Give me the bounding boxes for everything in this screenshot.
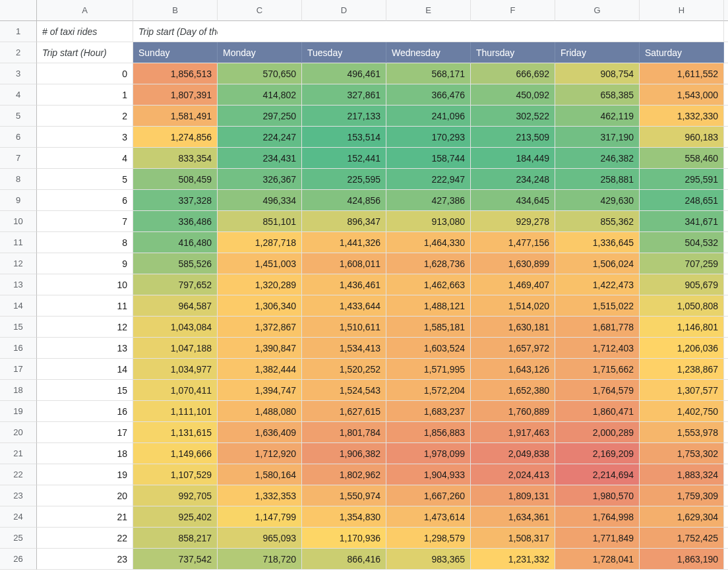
value-cell[interactable]: 1,320,289 bbox=[218, 274, 302, 295]
value-cell[interactable]: 1,603,524 bbox=[386, 338, 471, 359]
value-cell[interactable]: 585,526 bbox=[133, 253, 218, 274]
value-cell[interactable]: 1,298,579 bbox=[386, 528, 471, 549]
value-cell[interactable]: 983,365 bbox=[386, 549, 471, 570]
value-cell[interactable]: 1,147,799 bbox=[218, 506, 302, 528]
value-cell[interactable]: 1,488,080 bbox=[218, 401, 302, 422]
value-cell[interactable]: 1,462,663 bbox=[386, 274, 471, 295]
value-cell[interactable]: 1,652,380 bbox=[471, 380, 555, 401]
row-header[interactable]: 15 bbox=[0, 317, 37, 338]
value-cell[interactable]: 450,092 bbox=[471, 84, 555, 106]
value-cell[interactable]: 855,362 bbox=[555, 211, 640, 232]
value-cell[interactable]: 866,416 bbox=[302, 549, 386, 570]
row-header[interactable]: 4 bbox=[0, 84, 37, 106]
row-header[interactable]: 20 bbox=[0, 422, 37, 443]
col-header[interactable]: D bbox=[302, 0, 386, 21]
row-header[interactable]: 10 bbox=[0, 211, 37, 232]
value-cell[interactable]: 1,728,041 bbox=[555, 549, 640, 570]
value-cell[interactable]: 1,050,808 bbox=[640, 295, 724, 317]
value-cell[interactable]: 1,634,361 bbox=[471, 506, 555, 528]
value-cell[interactable]: 1,801,784 bbox=[302, 422, 386, 443]
value-cell[interactable]: 246,382 bbox=[555, 148, 640, 169]
value-cell[interactable]: 2,000,289 bbox=[555, 422, 640, 443]
value-cell[interactable]: 1,441,326 bbox=[302, 232, 386, 253]
value-cell[interactable]: 1,107,529 bbox=[133, 464, 218, 485]
value-cell[interactable]: 336,486 bbox=[133, 211, 218, 232]
value-cell[interactable]: 1,520,252 bbox=[302, 359, 386, 380]
col-header[interactable]: C bbox=[218, 0, 302, 21]
row-header[interactable]: 12 bbox=[0, 253, 37, 274]
value-cell[interactable]: 427,386 bbox=[386, 190, 471, 211]
col-header[interactable]: G bbox=[555, 0, 640, 21]
value-cell[interactable]: 1,802,962 bbox=[302, 464, 386, 485]
value-cell[interactable]: 1,809,131 bbox=[471, 485, 555, 506]
value-cell[interactable]: 925,402 bbox=[133, 506, 218, 528]
col-header[interactable]: A bbox=[37, 0, 133, 21]
value-cell[interactable]: 908,754 bbox=[555, 63, 640, 84]
value-cell[interactable]: 327,861 bbox=[302, 84, 386, 106]
value-cell[interactable]: 1,382,444 bbox=[218, 359, 302, 380]
value-cell[interactable]: 1,238,867 bbox=[640, 359, 724, 380]
row-header[interactable]: 21 bbox=[0, 443, 37, 464]
value-cell[interactable]: 317,190 bbox=[555, 127, 640, 148]
value-cell[interactable]: 508,459 bbox=[133, 169, 218, 190]
value-cell[interactable]: 258,881 bbox=[555, 169, 640, 190]
value-cell[interactable]: 217,133 bbox=[302, 106, 386, 127]
value-cell[interactable]: 1,422,473 bbox=[555, 274, 640, 295]
value-cell[interactable]: 241,096 bbox=[386, 106, 471, 127]
value-cell[interactable]: 1,506,024 bbox=[555, 253, 640, 274]
value-cell[interactable]: 1,402,750 bbox=[640, 401, 724, 422]
value-cell[interactable]: 1,715,662 bbox=[555, 359, 640, 380]
value-cell[interactable]: 707,259 bbox=[640, 253, 724, 274]
value-cell[interactable]: 929,278 bbox=[471, 211, 555, 232]
row-header[interactable]: 7 bbox=[0, 148, 37, 169]
value-cell[interactable]: 1,683,237 bbox=[386, 401, 471, 422]
value-cell[interactable]: 1,856,513 bbox=[133, 63, 218, 84]
row-header[interactable]: 6 bbox=[0, 127, 37, 148]
value-cell[interactable]: 1,488,121 bbox=[386, 295, 471, 317]
value-cell[interactable]: 1,543,000 bbox=[640, 84, 724, 106]
value-cell[interactable]: 341,671 bbox=[640, 211, 724, 232]
value-cell[interactable]: 1,904,933 bbox=[386, 464, 471, 485]
value-cell[interactable]: 234,431 bbox=[218, 148, 302, 169]
value-cell[interactable]: 1,760,889 bbox=[471, 401, 555, 422]
value-cell[interactable]: 1,307,577 bbox=[640, 380, 724, 401]
value-cell[interactable]: 1,047,188 bbox=[133, 338, 218, 359]
value-cell[interactable]: 905,679 bbox=[640, 274, 724, 295]
value-cell[interactable]: 1,034,977 bbox=[133, 359, 218, 380]
value-cell[interactable]: 1,860,471 bbox=[555, 401, 640, 422]
value-cell[interactable]: 1,628,736 bbox=[386, 253, 471, 274]
value-cell[interactable]: 1,883,324 bbox=[640, 464, 724, 485]
value-cell[interactable]: 1,759,309 bbox=[640, 485, 724, 506]
value-cell[interactable]: 2,049,838 bbox=[471, 443, 555, 464]
value-cell[interactable]: 896,347 bbox=[302, 211, 386, 232]
value-cell[interactable]: 1,146,801 bbox=[640, 317, 724, 338]
value-cell[interactable]: 1,764,579 bbox=[555, 380, 640, 401]
value-cell[interactable]: 570,650 bbox=[218, 63, 302, 84]
value-cell[interactable]: 797,652 bbox=[133, 274, 218, 295]
value-cell[interactable]: 1,643,126 bbox=[471, 359, 555, 380]
value-cell[interactable]: 833,354 bbox=[133, 148, 218, 169]
value-cell[interactable]: 1,473,614 bbox=[386, 506, 471, 528]
value-cell[interactable]: 1,534,413 bbox=[302, 338, 386, 359]
value-cell[interactable]: 1,070,411 bbox=[133, 380, 218, 401]
value-cell[interactable]: 1,571,995 bbox=[386, 359, 471, 380]
value-cell[interactable]: 1,550,974 bbox=[302, 485, 386, 506]
value-cell[interactable]: 1,274,856 bbox=[133, 127, 218, 148]
value-cell[interactable]: 558,460 bbox=[640, 148, 724, 169]
value-cell[interactable]: 913,080 bbox=[386, 211, 471, 232]
value-cell[interactable]: 960,183 bbox=[640, 127, 724, 148]
value-cell[interactable]: 1,917,463 bbox=[471, 422, 555, 443]
value-cell[interactable]: 496,461 bbox=[302, 63, 386, 84]
row-header[interactable]: 22 bbox=[0, 464, 37, 485]
value-cell[interactable]: 1,764,998 bbox=[555, 506, 640, 528]
value-cell[interactable]: 1,572,204 bbox=[386, 380, 471, 401]
value-cell[interactable]: 424,856 bbox=[302, 190, 386, 211]
value-cell[interactable]: 1,433,644 bbox=[302, 295, 386, 317]
value-cell[interactable]: 1,170,936 bbox=[302, 528, 386, 549]
value-cell[interactable]: 1,978,099 bbox=[386, 443, 471, 464]
value-cell[interactable]: 1,585,181 bbox=[386, 317, 471, 338]
value-cell[interactable]: 158,744 bbox=[386, 148, 471, 169]
value-cell[interactable]: 1,332,330 bbox=[640, 106, 724, 127]
value-cell[interactable]: 1,627,615 bbox=[302, 401, 386, 422]
value-cell[interactable]: 2,169,209 bbox=[555, 443, 640, 464]
